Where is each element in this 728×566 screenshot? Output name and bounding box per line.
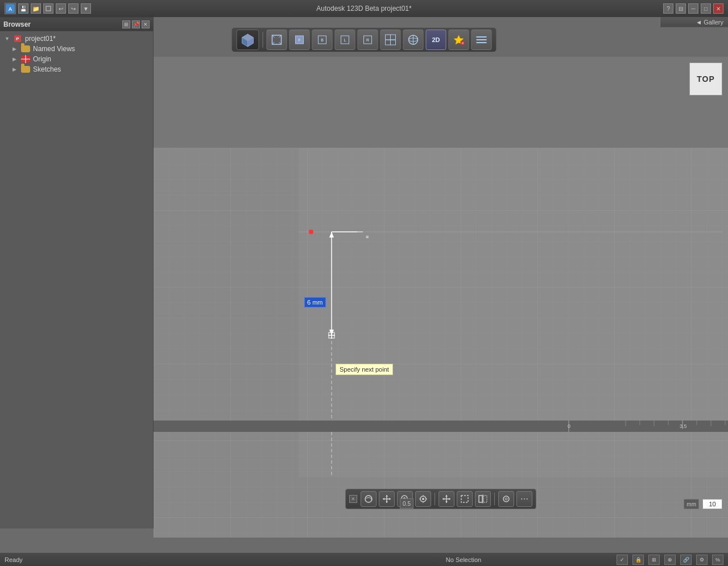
svg-text:B: B: [321, 38, 324, 42]
sketches-label: Sketches: [33, 65, 61, 73]
svg-rect-28: [386, 40, 391, 45]
statusbar: Ready No Selection ✓ 🔒 ⊞ ⊕ 🔗 ⚙ %: [0, 552, 728, 566]
svg-point-53: [309, 230, 313, 234]
view-options-btn[interactable]: [498, 491, 514, 507]
bottom-scale-display: 0.5: [400, 498, 413, 509]
status-percent-btn[interactable]: %: [712, 555, 723, 565]
redo-btn[interactable]: ↪: [68, 3, 78, 14]
svg-point-83: [422, 498, 424, 500]
status-check-btn[interactable]: ✓: [617, 555, 628, 565]
status-tool-btn[interactable]: ⚙: [696, 555, 708, 565]
toolbar-sep-1: [263, 32, 263, 48]
perspective-view-btn[interactable]: [267, 30, 287, 50]
open-btn[interactable]: 📁: [31, 3, 41, 14]
svg-marker-77: [389, 498, 391, 500]
more-btn[interactable]: ▼: [81, 3, 91, 14]
main-toolbar: F B L R 2D: [231, 27, 497, 52]
pan-tool-btn[interactable]: [379, 491, 395, 507]
status-right-area: ✓ 🔒 ⊞ ⊕ 🔗 ⚙ %: [617, 555, 723, 565]
browser-grid-btn[interactable]: ⊞: [122, 20, 130, 28]
titlebar-left: A 💾 📁 ↩ ↪ ▼: [5, 3, 91, 14]
move-tool-btn[interactable]: [439, 491, 454, 507]
mirror-tool-btn[interactable]: [475, 491, 491, 507]
tree-named-views-item[interactable]: ▶ Named Views: [2, 44, 151, 54]
bottom-sep-2: [494, 493, 495, 505]
status-link-btn[interactable]: 🔗: [680, 555, 692, 565]
save-btn[interactable]: [43, 3, 53, 14]
sketches-arrow: ▶: [13, 66, 20, 72]
tooltip-text: Specify next point: [340, 366, 389, 373]
tree-sketches-item[interactable]: ▶ Sketches: [2, 64, 151, 74]
orbit-tool-btn[interactable]: [361, 491, 377, 507]
svg-text:P: P: [16, 36, 19, 41]
orbit-btn[interactable]: [403, 30, 424, 50]
folder-sketches-icon: [20, 65, 31, 73]
status-grid-btn[interactable]: ⊞: [648, 555, 660, 565]
origin-icon: [20, 55, 31, 63]
browser-pin-btn[interactable]: 📌: [132, 20, 140, 28]
quick-save-btn[interactable]: 💾: [18, 3, 28, 14]
svg-text:A: A: [9, 6, 13, 12]
gallery-bar[interactable]: ◄ Gallery: [660, 17, 728, 27]
tree-origin-item[interactable]: ▶ Origin: [2, 54, 151, 64]
browser-close-btn[interactable]: ✕: [142, 20, 150, 28]
scale-area: mm: [684, 499, 722, 509]
svg-rect-94: [461, 496, 468, 502]
project-arrow: ▼: [5, 36, 13, 41]
back-view-btn[interactable]: B: [312, 30, 333, 50]
svg-rect-3: [46, 6, 51, 11]
svg-marker-91: [445, 501, 448, 503]
svg-rect-29: [391, 40, 396, 45]
svg-marker-92: [442, 498, 444, 500]
window-icon-btn[interactable]: ⊟: [676, 3, 686, 14]
status-snap-btn[interactable]: ⊕: [664, 555, 676, 565]
svg-text:R: R: [366, 38, 369, 42]
maximize-btn[interactable]: □: [701, 3, 711, 14]
svg-text:L: L: [344, 38, 346, 42]
browser-controls: ⊞ 📌 ✕: [122, 20, 150, 28]
star-btn[interactable]: ✕: [449, 30, 469, 50]
status-lock-btn[interactable]: 🔒: [632, 555, 644, 565]
bottom-sep-1: [435, 493, 435, 505]
viewport[interactable]: TOP: [154, 57, 728, 538]
svg-rect-37: [477, 39, 487, 40]
close-btn[interactable]: ✕: [713, 3, 723, 14]
svg-text:0: 0: [568, 423, 570, 429]
svg-marker-76: [383, 498, 384, 500]
svg-marker-93: [449, 498, 450, 500]
left-view-btn[interactable]: L: [335, 30, 355, 50]
next-point-tooltip: Specify next point: [336, 364, 393, 375]
status-selection-text: No Selection: [311, 556, 617, 563]
select-tool-btn[interactable]: [457, 491, 473, 507]
undo-btn[interactable]: ↩: [56, 3, 66, 14]
split-view-btn[interactable]: [380, 30, 401, 50]
2d-view-btn[interactable]: 2D: [426, 30, 446, 50]
folder-named-views-icon: [20, 45, 31, 53]
svg-rect-27: [391, 35, 396, 40]
bottom-toolbar-close-btn[interactable]: ✕: [349, 495, 357, 503]
zoom-input[interactable]: [702, 499, 722, 509]
top-view-badge: TOP: [689, 63, 722, 95]
snap-tool-btn[interactable]: [415, 491, 431, 507]
help-btn[interactable]: ?: [663, 3, 673, 14]
titlebar-controls: ? ⊟ ─ □ ✕: [663, 3, 723, 14]
front-view-btn[interactable]: F: [289, 30, 310, 50]
tree-project-item[interactable]: ▼ P project01*: [2, 34, 151, 44]
settings-btn[interactable]: [471, 30, 492, 50]
view-cube-btn[interactable]: [237, 30, 259, 50]
main-viewport-area[interactable]: ≡ 0 3.5 6 mm Specify next point: [154, 57, 728, 538]
right-view-btn[interactable]: R: [358, 30, 378, 50]
status-ready-text: Ready: [5, 556, 311, 563]
dimension-input[interactable]: 6 mm: [304, 297, 326, 307]
svg-text:✕: ✕: [461, 41, 464, 45]
svg-text:3.5: 3.5: [680, 423, 687, 429]
bottom-toolbar: ✕: [345, 489, 536, 509]
app-icon[interactable]: A: [5, 3, 16, 14]
browser-titlebar: Browser ⊞ 📌 ✕: [0, 18, 153, 31]
svg-marker-75: [386, 501, 388, 503]
svg-rect-96: [483, 496, 487, 502]
top-label: TOP: [697, 74, 715, 84]
svg-rect-38: [477, 42, 487, 43]
more-options-btn[interactable]: ⋯: [516, 491, 532, 507]
minimize-btn[interactable]: ─: [688, 3, 698, 14]
